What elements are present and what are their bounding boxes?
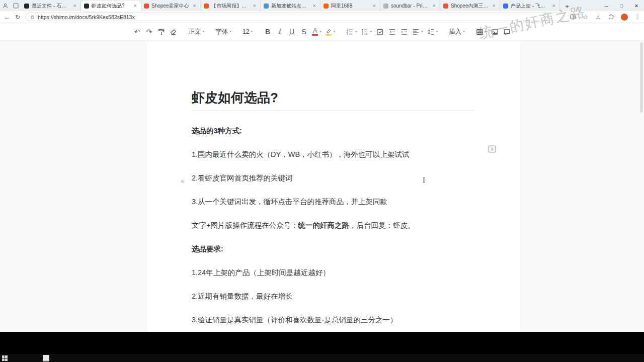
highlight-button[interactable]: ▾ bbox=[324, 26, 338, 38]
align-left-icon bbox=[412, 28, 420, 36]
font-family-dropdown[interactable]: 字体 ▾ bbox=[213, 26, 233, 38]
document-page[interactable]: 虾皮如何选品? 选品的3种方式: 1.国内最近什么卖的火（DY，WB，小红书），… bbox=[146, 42, 521, 332]
new-tab-button[interactable]: + bbox=[562, 1, 572, 11]
taskbar-start-icon[interactable] bbox=[2, 355, 8, 361]
tab-close-icon[interactable]: ✕ bbox=[252, 3, 257, 9]
scrollbar-thumb[interactable] bbox=[640, 42, 643, 113]
browser-window: 最近文件 - 石墨文档 ✕ 虾皮如何选品? ✕ Shopee卖家中心 ✕ 【市场… bbox=[0, 0, 644, 332]
italic-button[interactable]: I bbox=[274, 26, 286, 38]
tab-title: Shopee内测三期限跑需宝 bbox=[451, 3, 489, 10]
chevron-down-icon: ▾ bbox=[485, 30, 487, 34]
insert-dropdown[interactable]: 插入 ▾ bbox=[447, 26, 467, 38]
redo-icon: ↷ bbox=[146, 28, 152, 35]
workspace-icon[interactable] bbox=[13, 3, 19, 9]
maximize-button[interactable]: □ bbox=[614, 0, 629, 11]
document-title: 虾皮如何选品? bbox=[192, 90, 474, 106]
taskbar bbox=[0, 354, 644, 362]
paragraph: 3.验证销量是真实销量（评价和喜欢数量·是总销量的三分之一） bbox=[192, 315, 474, 325]
menu-kebab-icon[interactable]: ⋮ bbox=[634, 14, 640, 20]
paragraph: 选品的3种方式: bbox=[192, 126, 474, 136]
chevron-down-icon: ▾ bbox=[436, 30, 438, 34]
paragraph-text: 文字+图片版操作流程在公众号： bbox=[192, 221, 298, 229]
paragraph: 2.看虾皮官网首页推荐的关键词 bbox=[192, 173, 474, 183]
paragraph: 选品要求: bbox=[192, 244, 474, 254]
bookmark-star-icon[interactable]: ☆ bbox=[583, 14, 588, 21]
tab-close-icon[interactable]: ✕ bbox=[491, 3, 497, 9]
line-spacing-button[interactable]: ▾ bbox=[425, 26, 440, 38]
browser-tab[interactable]: 【市场周报】2024年12月 ✕ bbox=[201, 1, 261, 11]
chevron-down-icon: ▾ bbox=[334, 30, 336, 34]
chevron-down-icon: ▾ bbox=[319, 30, 321, 34]
paragraph-style-dropdown[interactable]: 正文 ▾ bbox=[187, 26, 207, 38]
clear-format-button[interactable] bbox=[168, 26, 180, 38]
checklist-button[interactable] bbox=[374, 26, 386, 38]
address-bar[interactable]: https://shimo.im/docs/5rk9Kex582sE813x bbox=[25, 13, 565, 21]
shopee-icon bbox=[443, 4, 448, 9]
paragraph-drag-handle-icon[interactable]: ≡ bbox=[181, 177, 185, 185]
tab-close-icon[interactable]: ✕ bbox=[551, 3, 556, 9]
tab-close-icon[interactable]: ✕ bbox=[72, 3, 77, 9]
close-button[interactable]: ✕ bbox=[629, 0, 644, 11]
tab-close-icon[interactable]: ✕ bbox=[132, 3, 138, 9]
refresh-icon[interactable]: ↻ bbox=[15, 14, 20, 20]
document-icon bbox=[204, 4, 209, 9]
chevron-down-icon: ▾ bbox=[370, 30, 372, 34]
bullet-list-button[interactable]: ▾ bbox=[359, 26, 374, 38]
tab-close-icon[interactable]: ✕ bbox=[192, 3, 197, 9]
browser-tab[interactable]: 最近文件 - 石墨文档 ✕ bbox=[21, 1, 81, 11]
image-button[interactable] bbox=[489, 26, 501, 38]
font-color-button[interactable]: A ▾ bbox=[310, 26, 324, 38]
tab-close-icon[interactable]: ✕ bbox=[311, 3, 317, 9]
paragraph: 文字+图片版操作流程在公众号：统一的奸商之路，后台回复：虾皮。 bbox=[192, 220, 474, 230]
underline-icon: U bbox=[289, 28, 294, 35]
paragraph: 1.国内最近什么卖的火（DY，WB，小红书），海外也可以上架试试 bbox=[192, 149, 474, 159]
document-icon bbox=[264, 4, 269, 9]
taskbar-app-icon[interactable] bbox=[43, 355, 49, 361]
url-text: https://shimo.im/docs/5rk9Kex582sE813x bbox=[38, 14, 135, 20]
font-size-dropdown[interactable]: 12 ▾ bbox=[240, 26, 255, 38]
tab-close-icon[interactable]: ✕ bbox=[431, 3, 437, 9]
browser-tab[interactable]: Shopee内测三期限跑需宝 ✕ bbox=[440, 1, 500, 11]
paragraph: 1.24年上架的产品（上架时间是越近越好） bbox=[192, 267, 474, 278]
download-icon[interactable] bbox=[595, 14, 601, 20]
sidebar-panel-icon[interactable] bbox=[570, 14, 576, 20]
shimo-icon bbox=[84, 4, 89, 9]
browser-tab[interactable]: Shopee卖家中心 ✕ bbox=[141, 1, 201, 11]
tab-title: 【市场周报】2024年12月 bbox=[211, 3, 249, 10]
indent-button[interactable] bbox=[398, 26, 410, 38]
browser-tab[interactable]: 新加坡被站点市场周报-20 ✕ bbox=[261, 1, 320, 11]
undo-button[interactable]: ↶ bbox=[131, 26, 143, 38]
bold-button[interactable]: B bbox=[262, 26, 274, 38]
add-comment-icon[interactable] bbox=[488, 145, 497, 153]
extensions-icon[interactable] bbox=[608, 14, 614, 20]
indent-icon bbox=[400, 28, 408, 36]
browser-tab[interactable]: 产品上架 - 飞书云文档 ✕ bbox=[500, 1, 560, 11]
nav-icons: ☆ ⋮ bbox=[570, 14, 640, 21]
tab-title: soundbar - Prices and D bbox=[391, 3, 429, 9]
navigation-bar: ← ↻ https://shimo.im/docs/5rk9Kex582sE81… bbox=[0, 11, 644, 23]
underline-button[interactable]: U bbox=[286, 26, 298, 38]
bullet-list-icon bbox=[361, 28, 369, 36]
ordered-list-button[interactable]: 123 ▾ bbox=[344, 26, 359, 38]
back-icon[interactable]: ← bbox=[4, 14, 10, 20]
chevron-down-icon: ▾ bbox=[229, 30, 231, 34]
table-button[interactable]: ▾ bbox=[474, 26, 489, 38]
scrollbar[interactable] bbox=[640, 42, 643, 329]
browser-tab-active[interactable]: 虾皮如何选品? ✕ bbox=[81, 1, 141, 11]
strikethrough-button[interactable]: S bbox=[298, 26, 310, 38]
browser-tab[interactable]: 阿里1688 ✕ bbox=[320, 1, 380, 11]
minimize-button[interactable]: ─ bbox=[599, 0, 614, 11]
comment-button[interactable] bbox=[501, 26, 513, 38]
redo-button[interactable]: ↷ bbox=[143, 26, 155, 38]
align-button[interactable]: ▾ bbox=[410, 26, 425, 38]
profile-avatar[interactable] bbox=[621, 14, 628, 21]
paragraph-bold-text: 统一的奸商之路 bbox=[298, 221, 349, 229]
lock-icon bbox=[30, 15, 35, 20]
format-painter-button[interactable] bbox=[155, 26, 168, 38]
browser-profile-icon[interactable] bbox=[2, 3, 9, 9]
paragraph-style-label: 正文 bbox=[189, 28, 201, 36]
tab-close-icon[interactable]: ✕ bbox=[371, 3, 377, 9]
outdent-button[interactable] bbox=[386, 26, 398, 38]
browser-tab[interactable]: soundbar - Prices and D ✕ bbox=[380, 1, 440, 11]
image-icon bbox=[491, 28, 499, 36]
